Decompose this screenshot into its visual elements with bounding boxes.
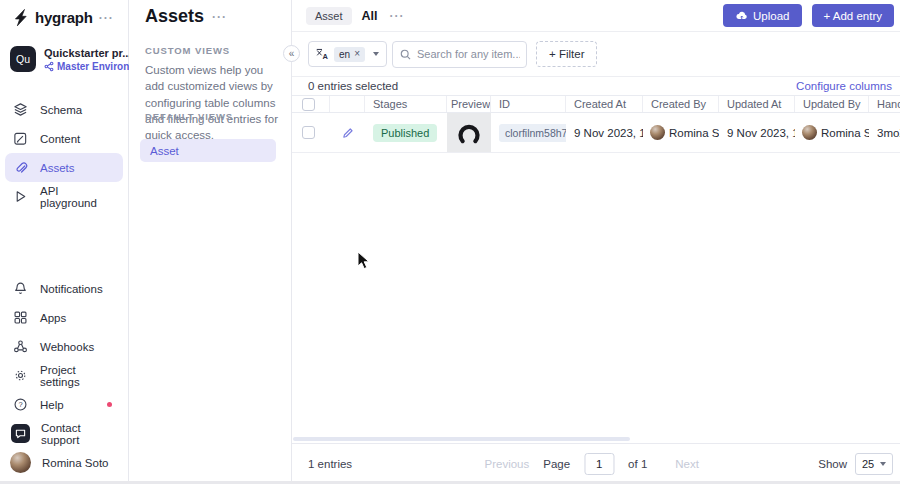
add-entry-button[interactable]: + Add entry xyxy=(812,4,895,27)
schema-icon xyxy=(12,101,29,118)
branch-icon xyxy=(44,61,54,72)
page-title: Assets xyxy=(145,6,204,27)
sidebar-item-label: Webhooks xyxy=(40,341,94,353)
selection-bar: 0 entries selected Configure columns xyxy=(292,77,900,95)
view-item-label: Asset xyxy=(150,145,179,157)
brand-row[interactable]: hygraph ··· xyxy=(10,8,114,27)
sidebar-item-project-settings[interactable]: Project settings xyxy=(0,361,128,390)
tabs-menu-dots-icon[interactable]: ··· xyxy=(390,10,405,22)
user-name: Romina Soto xyxy=(42,457,108,469)
apps-grid-icon xyxy=(12,309,29,326)
main-content: Asset All ··· Upload + Add entry A xyxy=(292,0,900,484)
sidebar-item-contact-support[interactable]: Contact support xyxy=(0,419,128,448)
column-header-updated-at[interactable]: Updated At xyxy=(719,96,795,112)
page-number-input[interactable] xyxy=(584,453,614,475)
upload-button[interactable]: Upload xyxy=(723,4,801,27)
created-at-value: 9 Nov 2023, 17:54 xyxy=(566,127,643,139)
show-label: Show xyxy=(818,458,847,470)
filter-button[interactable]: + Filter xyxy=(536,41,597,67)
user-avatar xyxy=(10,452,31,473)
next-page-button[interactable]: Next xyxy=(675,458,699,470)
collapse-panel-button[interactable]: « xyxy=(283,45,300,62)
language-chip[interactable]: en × xyxy=(334,47,365,62)
sidebar-item-notifications[interactable]: Notifications xyxy=(0,274,128,303)
remove-language-icon[interactable]: × xyxy=(354,49,360,59)
view-item-asset[interactable]: Asset xyxy=(140,139,276,162)
sidebar-item-api-playground[interactable]: API playground xyxy=(0,182,128,211)
column-header-id[interactable]: ID xyxy=(491,96,566,112)
sidebar-item-content[interactable]: Content xyxy=(0,124,128,153)
page-size-select[interactable]: 25 xyxy=(855,453,893,475)
translate-icon: A xyxy=(315,47,329,61)
content-topbar: Asset All ··· Upload + Add entry xyxy=(292,0,900,32)
sidebar-item-label: Assets xyxy=(40,162,75,174)
webhooks-icon xyxy=(12,338,29,355)
sidebar-item-label: Content xyxy=(40,133,80,145)
svg-text:A: A xyxy=(322,52,328,61)
sidebar: hygraph ··· Qu Quickstarter pr... Master… xyxy=(0,0,129,484)
sidebar-item-label: Project settings xyxy=(40,364,116,388)
page-of-total: of 1 xyxy=(628,458,647,470)
tab-all[interactable]: All xyxy=(362,9,378,23)
sidebar-item-account[interactable]: Romina Soto xyxy=(0,448,128,477)
entries-count: 1 entries xyxy=(308,458,352,470)
sidebar-item-apps[interactable]: Apps xyxy=(0,303,128,332)
column-header-created-by[interactable]: Created By xyxy=(643,96,719,112)
row-checkbox[interactable] xyxy=(302,126,315,139)
help-icon: ? xyxy=(12,396,29,413)
filter-bar: A en × + Filter xyxy=(292,32,900,77)
search-box[interactable] xyxy=(392,41,527,68)
updated-by-name: Romina Soto xyxy=(821,127,869,139)
views-panel: Assets ··· CUSTOM VIEWS Custom views hel… xyxy=(129,0,292,484)
gear-icon xyxy=(12,367,29,384)
column-header-updated-by[interactable]: Updated By xyxy=(795,96,869,112)
handle-value: 3moXa... xyxy=(869,127,900,139)
sidebar-item-label: Help xyxy=(40,399,64,411)
brand-name: hygraph xyxy=(35,9,93,26)
custom-views-help-text: Custom views help you add customized vie… xyxy=(145,62,281,144)
sidebar-item-label: Apps xyxy=(40,312,66,324)
sidebar-item-assets[interactable]: Assets xyxy=(5,153,123,182)
horizontal-scrollbar[interactable] xyxy=(293,437,630,441)
column-header-preview[interactable]: Preview xyxy=(447,96,491,112)
sidebar-item-label: Contact support xyxy=(41,422,116,446)
content-icon xyxy=(12,130,29,147)
assets-icon xyxy=(12,159,29,176)
custom-views-heading: CUSTOM VIEWS xyxy=(145,45,230,56)
updated-by-avatar xyxy=(802,125,817,140)
table-row[interactable]: Published clorfilnm58h7... 9 Nov 2023, 1… xyxy=(292,113,900,153)
language-select[interactable]: A en × xyxy=(308,41,387,67)
sidebar-item-webhooks[interactable]: Webhooks xyxy=(0,332,128,361)
primary-nav: Schema Content Assets API playground xyxy=(0,95,128,211)
search-icon xyxy=(399,48,412,61)
column-header-created-at[interactable]: Created At xyxy=(566,96,643,112)
column-header-stages[interactable]: Stages xyxy=(365,96,447,112)
chat-bubble-icon xyxy=(11,424,30,443)
language-chip-label: en xyxy=(339,49,350,60)
chevron-down-icon xyxy=(373,52,379,56)
search-input[interactable] xyxy=(417,48,520,60)
upload-button-label: Upload xyxy=(753,10,789,22)
sidebar-item-schema[interactable]: Schema xyxy=(0,95,128,124)
chevron-down-icon xyxy=(880,462,886,466)
cloud-upload-icon xyxy=(735,9,748,22)
project-avatar[interactable]: Qu xyxy=(10,46,36,72)
select-all-checkbox[interactable] xyxy=(302,98,315,111)
app-window: hygraph ··· Qu Quickstarter pr... Master… xyxy=(0,0,900,484)
brand-menu-dots-icon[interactable]: ··· xyxy=(99,12,114,24)
page-title-menu-dots-icon[interactable]: ··· xyxy=(212,11,227,23)
edit-pencil-icon[interactable] xyxy=(341,126,355,140)
sidebar-item-label: Notifications xyxy=(40,283,103,295)
sidebar-item-label: API playground xyxy=(40,185,116,209)
asset-preview-image[interactable] xyxy=(447,113,491,152)
default-views-heading: DEFAULT VIEWS xyxy=(145,111,233,122)
configure-columns-link[interactable]: Configure columns xyxy=(796,80,892,92)
sidebar-item-help[interactable]: ? Help xyxy=(0,390,128,419)
previous-page-button[interactable]: Previous xyxy=(484,458,529,470)
column-header-handle[interactable]: Handle xyxy=(869,96,900,112)
entry-id-chip[interactable]: clorfilnm58h7... xyxy=(499,124,566,142)
page-label: Page xyxy=(543,458,570,470)
add-entry-button-label: + Add entry xyxy=(824,10,883,22)
tab-asset[interactable]: Asset xyxy=(306,7,352,25)
help-dot xyxy=(107,402,112,407)
